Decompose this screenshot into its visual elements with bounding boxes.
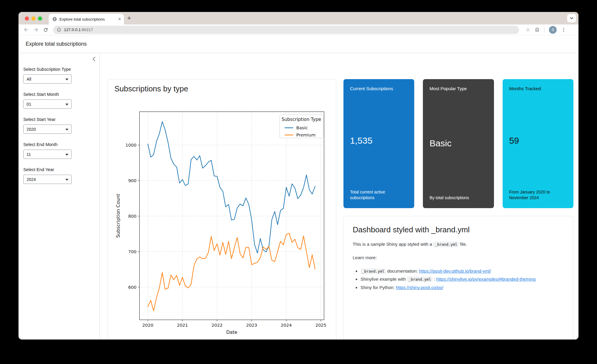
desktop-background: Explore total subscriptions × + [0,0,597,364]
value-box-title: Current Subscriptions [350,86,408,92]
url-text: 127.0.0.1:60217 [64,27,93,32]
minimize-window-button[interactable] [31,16,36,21]
list-item-text: Shiny for Python: [360,285,396,290]
info-card-title: Dashboard styled with _brand.yml [353,225,564,234]
tab-title: Explore total subscriptions [59,17,116,21]
main-content: Subscriptions by type 600700800900100020… [100,53,578,340]
zoom-window-button[interactable] [38,16,42,21]
reload-icon[interactable] [43,27,48,33]
code-chip: _brand.yml [433,242,459,247]
tab-search-button[interactable] [567,14,576,22]
chevron-down-icon [570,17,573,19]
chart-card: Subscriptions by type 600700800900100020… [108,79,336,340]
svg-text:Date: Date [226,330,237,335]
right-column: Current Subscriptions 1,535 Total curren… [343,79,573,340]
traffic-lights [25,16,42,21]
svg-text:2022: 2022 [211,323,222,328]
value-box-value: 59 [509,136,567,146]
end-year-group: Select End Year 2024 [23,167,95,184]
sidebar-collapse-button[interactable] [93,57,95,62]
value-box-title: Months Tracked [509,86,567,92]
subscription-type-select[interactable]: All [23,74,72,84]
learn-more-list: _brand.yml documentation: https://posit-… [353,268,564,291]
subscription-type-group: Select Subscription Type All [23,67,95,84]
svg-text:Subscription Type: Subscription Type [282,117,321,122]
menu-kebab-icon[interactable]: ⋮ [561,27,566,33]
forward-icon[interactable] [33,27,39,33]
value-box-value: 1,535 [350,136,408,146]
list-item-text: Shinylive example with [360,277,407,282]
svg-text:2024: 2024 [281,323,292,328]
code-chip: _brand.yml [407,277,432,282]
list-item-text: : [432,277,436,282]
app-body: Select Subscription Type All Select Star… [19,53,578,340]
svg-text:2020: 2020 [142,323,154,328]
svg-text:2023: 2023 [246,323,257,328]
globe-favicon-icon [52,17,57,21]
svg-text:Subscription Count: Subscription Count [116,194,121,238]
toolbar-divider [544,27,544,33]
brand-info-card: Dashboard styled with _brand.yml This is… [343,216,573,340]
subscriptions-line-chart: 6007008009001000202020212022202320242025… [114,106,330,339]
value-box-most-popular-type: Most Popular Type Basic By total subscri… [423,79,494,208]
subscription-type-value: All [27,77,31,82]
svg-text:Basic: Basic [296,125,308,130]
select-caret-icon [65,154,68,156]
close-window-button[interactable] [25,16,29,21]
extensions-puzzle-icon[interactable] [535,27,540,32]
sidebar: Select Subscription Type All Select Star… [19,53,100,340]
browser-window: Explore total subscriptions × + [19,12,578,340]
end-month-value: 11 [27,152,31,157]
start-year-group: Select Start Year 2020 [23,117,95,134]
end-year-select[interactable]: 2024 [23,175,72,184]
select-caret-icon [65,179,68,181]
toolbar-right-icons: ☆ S ⋮ [526,26,566,34]
select-caret-icon [65,104,68,105]
start-year-value: 2020 [27,127,36,132]
list-item: Shinylive example with _brand.yml : http… [360,276,564,282]
url-bar[interactable]: 127.0.0.1:60217 [53,26,519,34]
start-month-select[interactable]: 01 [23,99,72,109]
app-header: Explore total subscriptions [19,35,578,53]
profile-avatar[interactable]: S [549,26,557,34]
end-year-label: Select End Year [23,167,95,172]
start-year-label: Select Start Year [23,117,95,122]
select-caret-icon [65,129,68,130]
browser-tab[interactable]: Explore total subscriptions × [49,14,124,24]
end-month-select[interactable]: 11 [23,150,72,159]
chart-title: Subscriptions by type [108,79,336,93]
value-box-caption: From January 2020 to November 2024 [509,189,567,201]
end-month-label: Select End Month [23,142,95,147]
start-month-group: Select Start Month 01 [23,92,95,109]
value-box-value: Basic [429,138,487,148]
tab-close-icon[interactable]: × [118,17,121,21]
page-title: Explore total subscriptions [26,41,87,47]
start-year-select[interactable]: 2020 [23,125,72,134]
bookmark-star-icon[interactable]: ☆ [526,27,530,32]
svg-text:600: 600 [128,285,136,290]
select-caret-icon [65,79,68,80]
value-box-caption: By total subscriptions [429,195,487,201]
svg-text:2025: 2025 [315,323,326,328]
end-year-value: 2024 [27,177,36,182]
svg-text:Premium: Premium [296,133,316,137]
external-link[interactable]: https://shiny.posit.co/py/ [396,285,443,290]
subscription-type-label: Select Subscription Type [23,67,95,72]
list-item: Shiny for Python: https://shiny.posit.co… [360,284,564,291]
value-box-months-tracked: Months Tracked 59 From January 2020 to N… [503,79,573,208]
value-box-caption: Total current active subscriptions [350,189,408,201]
value-box-row: Current Subscriptions 1,535 Total curren… [343,79,573,208]
value-box-current-subscriptions: Current Subscriptions 1,535 Total curren… [343,79,414,208]
site-info-icon[interactable] [57,27,61,32]
svg-text:2021: 2021 [177,323,188,328]
tab-strip: Explore total subscriptions × + [19,12,578,24]
svg-text:800: 800 [128,214,136,219]
svg-text:1000: 1000 [125,143,136,148]
end-month-group: Select End Month 11 [23,142,95,159]
external-link[interactable]: https://posit-dev.github.io/brand-yml/ [419,268,491,274]
external-link[interactable]: https://shinylive.io/py/examples/#brande… [436,277,536,282]
svg-text:900: 900 [128,178,136,183]
new-tab-button[interactable]: + [127,14,131,22]
back-icon[interactable] [23,27,29,33]
svg-text:700: 700 [128,249,136,254]
